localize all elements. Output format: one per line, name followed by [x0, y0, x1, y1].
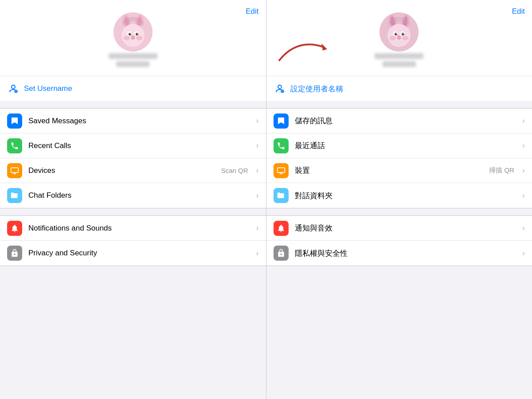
svg-point-15	[12, 85, 15, 89]
devices-chevron-zh: ›	[522, 166, 525, 175]
username-row-left[interactable]: Set Username	[0, 76, 266, 101]
recent-calls-icon	[7, 138, 22, 153]
privacy-icon-zh	[274, 246, 289, 261]
chat-folders-icon-zh	[274, 188, 289, 203]
section2-right: 通知與音效 › 隱私權與安全性 ›	[266, 215, 532, 266]
name-bar-1-left	[109, 53, 157, 59]
section2-left: Notifications and Sounds › Privacy and S…	[0, 215, 266, 266]
menu-item-saved-messages[interactable]: Saved Messages ›	[0, 109, 266, 133]
svg-point-34	[397, 35, 401, 38]
username-row-right[interactable]: 設定使用者名稱	[266, 76, 532, 101]
right-panel: Edit	[266, 0, 532, 399]
username-label-left: Set Username	[24, 84, 72, 93]
edit-button-right[interactable]: Edit	[512, 7, 525, 16]
menu-item-privacy[interactable]: Privacy and Security ›	[0, 241, 266, 266]
name-bar-1-right	[375, 53, 423, 59]
profile-header-right: Edit	[266, 0, 532, 76]
menu-item-devices-zh[interactable]: 裝置 掃描 QR ›	[266, 158, 532, 183]
saved-messages-label: Saved Messages	[28, 117, 250, 125]
svg-point-32	[396, 33, 397, 34]
svg-point-31	[402, 33, 404, 35]
recent-calls-chevron-zh: ›	[522, 141, 525, 150]
chat-folders-icon	[7, 188, 22, 203]
recent-calls-label: Recent Calls	[28, 141, 250, 150]
menu-item-saved-messages-zh[interactable]: 儲存的訊息 ›	[266, 109, 532, 133]
privacy-chevron-zh: ›	[522, 249, 525, 258]
devices-icon-zh	[274, 163, 289, 178]
svg-marker-37	[321, 43, 327, 51]
notifications-chevron-zh: ›	[522, 223, 525, 233]
name-bar-2-right	[383, 61, 416, 67]
name-bar-2-left	[116, 61, 149, 67]
profile-header-left: Edit	[0, 0, 266, 76]
saved-messages-icon-zh	[274, 113, 289, 129]
left-panel: Edit	[0, 0, 266, 399]
privacy-icon	[7, 246, 22, 261]
saved-messages-label-zh: 儲存的訊息	[295, 116, 516, 126]
notifications-chevron: ›	[256, 223, 259, 233]
saved-messages-icon	[7, 113, 22, 129]
menu-item-recent-calls[interactable]: Recent Calls ›	[0, 133, 266, 158]
menu-item-recent-calls-zh[interactable]: 最近通話 ›	[266, 133, 532, 158]
menu-item-privacy-zh[interactable]: 隱私權與安全性 ›	[266, 241, 532, 266]
saved-messages-chevron: ›	[256, 116, 259, 125]
menu-item-devices[interactable]: Devices Scan QR ›	[0, 158, 266, 183]
svg-point-38	[278, 85, 282, 89]
svg-rect-42	[277, 168, 285, 172]
recent-calls-icon-zh	[274, 138, 289, 153]
svg-point-14	[136, 36, 142, 40]
menu-item-chat-folders-zh[interactable]: 對話資料夾 ›	[266, 183, 532, 208]
privacy-label-zh: 隱私權與安全性	[295, 248, 516, 258]
svg-rect-19	[11, 168, 19, 172]
notifications-icon-zh	[274, 221, 289, 236]
menu-item-notifications[interactable]: Notifications and Sounds ›	[0, 216, 266, 241]
username-icon-right	[274, 82, 286, 95]
svg-point-10	[130, 33, 131, 34]
menu-item-chat-folders[interactable]: Chat Folders ›	[0, 183, 266, 208]
chat-folders-chevron: ›	[256, 191, 259, 200]
svg-point-9	[136, 33, 138, 35]
avatar-left	[113, 12, 153, 51]
chat-folders-chevron-zh: ›	[522, 191, 525, 200]
devices-label: Devices	[28, 166, 215, 175]
devices-icon	[7, 163, 22, 178]
devices-chevron: ›	[256, 166, 259, 175]
svg-point-33	[403, 33, 404, 34]
privacy-chevron: ›	[256, 249, 259, 258]
chat-folders-label: Chat Folders	[28, 191, 250, 200]
recent-calls-label-zh: 最近通話	[295, 141, 516, 151]
notifications-label-zh: 通知與音效	[295, 223, 516, 233]
arrow-decoration	[275, 34, 332, 71]
recent-calls-chevron: ›	[256, 141, 259, 150]
svg-point-13	[124, 36, 130, 40]
avatar-right	[379, 12, 419, 51]
svg-point-8	[129, 33, 131, 35]
notifications-icon	[7, 221, 22, 236]
svg-point-12	[131, 35, 135, 38]
menu-item-notifications-zh[interactable]: 通知與音效 ›	[266, 216, 532, 241]
svg-point-36	[402, 36, 408, 40]
chat-folders-label-zh: 對話資料夾	[295, 191, 516, 201]
avatar-svg-right	[379, 12, 419, 51]
saved-messages-chevron-zh: ›	[522, 116, 525, 125]
username-label-right: 設定使用者名稱	[290, 84, 343, 94]
profile-name-left	[109, 53, 157, 67]
edit-button-left[interactable]: Edit	[246, 7, 258, 16]
devices-label-zh: 裝置	[295, 165, 483, 176]
section1-left: Saved Messages › Recent Calls › Devices …	[0, 108, 266, 208]
profile-name-right	[375, 53, 423, 67]
devices-secondary: Scan QR	[221, 167, 248, 174]
svg-point-30	[395, 33, 397, 35]
section1-right: 儲存的訊息 › 最近通話 › 裝置 掃描 QR › 對話資料夾 ›	[266, 108, 532, 208]
username-icon-left	[7, 82, 20, 95]
avatar-svg-left	[113, 12, 153, 51]
notifications-label: Notifications and Sounds	[28, 224, 250, 233]
svg-point-35	[390, 36, 396, 40]
devices-secondary-zh: 掃描 QR	[489, 166, 514, 175]
privacy-label: Privacy and Security	[28, 249, 250, 258]
svg-point-11	[137, 33, 138, 34]
